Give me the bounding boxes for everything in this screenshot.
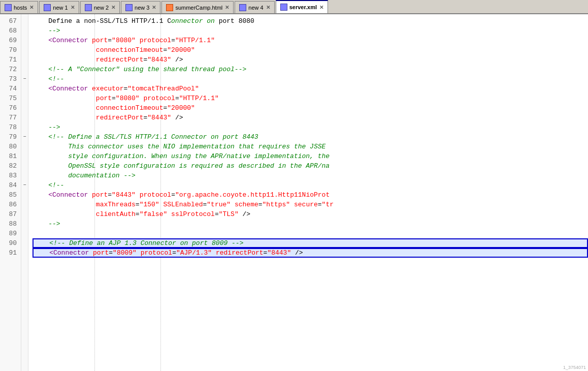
tab-label: new 2 — [94, 5, 109, 11]
xml-value: "8443" — [147, 113, 171, 122]
xml-plain — [137, 248, 141, 258]
tab-close-icon[interactable]: ✕ — [111, 5, 115, 10]
xml-plain: = — [171, 190, 175, 200]
code-line: redirectPort="8443" /> — [32, 113, 588, 122]
code-line: connectionTimeout="20000" — [32, 45, 588, 55]
xml-plain: = — [143, 55, 147, 65]
tab-label: new 1 — [53, 5, 68, 11]
xml-plain — [88, 36, 92, 45]
line-number: 74 — [0, 84, 21, 94]
fold-marker — [21, 26, 28, 36]
xml-plain — [32, 103, 96, 113]
line-number: 70 — [0, 45, 21, 55]
xml-value: "HTTP/1.1" — [175, 36, 215, 45]
line-number: 75 — [0, 94, 21, 103]
fold-marker — [21, 219, 28, 229]
line-number: 87 — [0, 209, 21, 219]
fold-marker — [21, 65, 28, 74]
fold-marker — [21, 248, 28, 258]
xml-value: "8443" — [147, 55, 171, 65]
line-number: 85 — [0, 190, 21, 200]
code-line: clientAuth="false" sslProtocol="TLS" /> — [32, 209, 588, 219]
fold-marker — [21, 209, 28, 219]
tab-close-icon[interactable]: ✕ — [319, 5, 323, 10]
tab-close-icon[interactable]: ✕ — [225, 5, 229, 10]
tab-new2[interactable]: new 2✕ — [80, 1, 120, 13]
fold-marker[interactable]: − — [21, 132, 28, 142]
xml-plain: /> — [171, 113, 183, 122]
xml-comment: documentation --> — [32, 171, 136, 180]
tab-close-icon[interactable]: ✕ — [266, 5, 270, 10]
code-line: <Connector port="8009" protocol="AJP/1.3… — [32, 248, 588, 258]
tab-close-icon[interactable]: ✕ — [29, 5, 34, 10]
fold-marker — [21, 161, 28, 171]
xml-comment: <!-- Define a SSL/TLS HTTP/1.1 Connector… — [32, 132, 258, 142]
xml-plain — [34, 248, 49, 258]
xml-plain — [167, 209, 171, 219]
xml-attr: connectionTimeout — [96, 103, 164, 113]
fold-marker[interactable]: − — [21, 180, 28, 190]
tab-hosts[interactable]: hosts✕ — [0, 1, 38, 13]
fold-marker — [21, 16, 28, 26]
xml-attr: maxThreads — [96, 200, 136, 209]
xml-plain: = — [109, 248, 113, 258]
xml-plain — [159, 200, 164, 209]
xml-value: "false" — [140, 209, 168, 219]
code-line: maxThreads="150" SSLEnabled="true" schem… — [32, 200, 588, 209]
tab-new1[interactable]: new 1✕ — [39, 1, 79, 13]
xml-value: "20000" — [167, 45, 195, 55]
line-number: 76 — [0, 103, 21, 113]
xml-attr: port — [93, 248, 109, 258]
fold-marker[interactable]: − — [21, 74, 28, 84]
xml-value: "8080" — [116, 94, 140, 103]
xml-attr: executor — [92, 84, 123, 94]
tab-close-icon[interactable]: ✕ — [152, 5, 156, 10]
line-number: 91 — [0, 248, 21, 258]
xml-value: "8443" — [267, 248, 291, 258]
xml-attr: sslProtocol — [171, 209, 215, 219]
xml-plain: = — [318, 200, 322, 209]
xml-plain — [88, 84, 92, 94]
tab-close-icon[interactable]: ✕ — [71, 5, 75, 10]
tab-new4[interactable]: new 4✕ — [235, 1, 274, 13]
xml-comment: <!-- — [32, 180, 64, 190]
xml-plain: = — [112, 94, 116, 103]
xml-value: "org.apache.coyote.http11.Http11NioProt — [175, 190, 330, 200]
fold-marker — [21, 142, 28, 151]
line-number: 81 — [0, 151, 21, 161]
xml-plain — [290, 200, 294, 209]
xml-plain — [89, 248, 93, 258]
editor: 6768697071727374757677787980818283848586… — [0, 14, 588, 371]
line-number: 73 — [0, 74, 21, 84]
line-number: 71 — [0, 55, 21, 65]
xml-tag: <Connector — [48, 36, 88, 45]
xml-value: "tr — [322, 200, 334, 209]
code-line: --> — [32, 26, 588, 36]
xml-attr: protocol — [140, 190, 171, 200]
fold-marker — [21, 238, 28, 248]
xml-attr: scheme — [235, 200, 258, 209]
code-line: <!-- — [32, 74, 588, 84]
tab-summerCamp[interactable]: summerCamp.html✕ — [161, 1, 234, 13]
xml-comment: --> — [32, 219, 60, 229]
xml-value: "https" — [263, 200, 290, 209]
line-number: 86 — [0, 200, 21, 209]
xml-attr: SSLEnabled — [163, 200, 203, 209]
tab-new3[interactable]: new 3✕ — [121, 1, 160, 13]
tab-serverXml[interactable]: server.xml✕ — [276, 0, 328, 13]
code-line: <!-- — [32, 180, 588, 190]
xml-plain — [140, 94, 144, 103]
fold-column: −−− — [21, 14, 28, 371]
xml-attr: clientAuth — [96, 209, 136, 219]
xml-comment: <!-- A "Connector" using the shared thre… — [32, 65, 246, 74]
xml-plain — [32, 94, 96, 103]
xml-value: "true" — [207, 200, 231, 209]
xml-plain: Define a non-SSL/TLS HTTP/1.1 C — [32, 16, 171, 26]
fold-marker — [21, 45, 28, 55]
xml-tag: <Connector — [48, 84, 88, 94]
xml-plain: = — [136, 209, 140, 219]
xml-plain: = — [108, 36, 112, 45]
code-line: <!-- Define a SSL/TLS HTTP/1.1 Connector… — [32, 132, 588, 142]
fold-marker — [21, 36, 28, 45]
xml-plain — [32, 45, 96, 55]
